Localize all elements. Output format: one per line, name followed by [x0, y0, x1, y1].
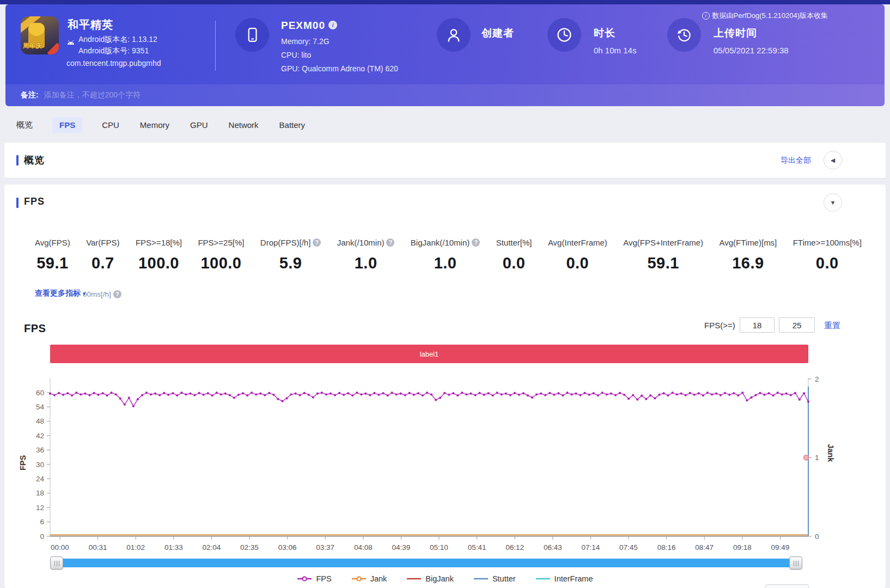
legend-label: BigJank [425, 574, 454, 583]
clipped-metric-artifact: 00ms[/h] ? [83, 290, 121, 298]
overview-collapse-button[interactable]: ◀ [824, 151, 842, 169]
android-version-name: Android版本名: 1.13.12 [78, 35, 157, 45]
scrollbar-left-handle[interactable] [50, 556, 63, 569]
scrollbar-track[interactable] [50, 559, 802, 567]
device-name: PEXM00 [281, 20, 325, 31]
stat-label: Avg(FPS) [35, 238, 70, 247]
top-strip [0, 0, 890, 4]
legend-marker-icon [535, 575, 551, 583]
legend-label: Jank [370, 574, 387, 583]
svg-text:06:12: 06:12 [505, 543, 524, 552]
legend-label: FPS [316, 574, 331, 583]
stat-value: 59.1 [623, 254, 703, 272]
user-icon [446, 27, 462, 43]
chart-scrollbar[interactable] [50, 556, 802, 569]
device-gpu: GPU: Qualcomm Adreno (TM) 620 [281, 64, 398, 73]
stat-label: Stutter[%] [496, 238, 532, 247]
stat-label: FPS>=25[%] [198, 238, 244, 247]
duration-value: 0h 10m 14s [594, 46, 636, 55]
svg-text:05:10: 05:10 [430, 543, 448, 552]
tab-fps[interactable]: FPS [52, 117, 82, 133]
stat-fps-ge-18: FPS>=18[%]100.0 [136, 238, 182, 272]
svg-text:6: 6 [40, 518, 44, 526]
chart-label-banner: label1 [50, 345, 808, 363]
svg-text:00:00: 00:00 [51, 543, 69, 552]
help-icon[interactable]: ? [313, 238, 321, 247]
fps-collapse-button[interactable]: ▼ [824, 193, 842, 212]
legend-marker-icon [297, 575, 312, 583]
stat-avg-interframe: Avg(InterFrame)0.0 [548, 238, 607, 272]
svg-text:60: 60 [36, 389, 44, 397]
tab-overview[interactable]: 概览 [15, 117, 34, 133]
tab-memory[interactable]: Memory [139, 117, 170, 133]
svg-text:54: 54 [36, 403, 45, 411]
help-icon[interactable]: ? [472, 238, 480, 247]
chart-title: FPS [24, 322, 46, 335]
phone-icon [244, 27, 260, 43]
stat-value: 100.0 [136, 254, 182, 272]
svg-text:09:18: 09:18 [733, 543, 752, 552]
help-icon: ? [113, 290, 121, 298]
stat-label: Drop(FPS)[/h] [260, 238, 311, 247]
stat-value: 100.0 [198, 254, 244, 272]
header-divider [215, 21, 216, 71]
stat-label: Avg(InterFrame) [548, 238, 607, 247]
section-accent-bar [16, 198, 19, 208]
legend-label: Stutter [492, 574, 516, 583]
fps-section: FPS ▼ Avg(FPS)59.1Var(FPS)0.7FPS>=18[%]1… [4, 185, 886, 588]
upload-icon-circle [667, 18, 701, 52]
svg-text:2: 2 [815, 375, 819, 383]
fps-section-title: FPS [24, 196, 45, 207]
svg-text:08:16: 08:16 [657, 543, 676, 552]
svg-text:06:43: 06:43 [544, 543, 562, 552]
more-metrics-link[interactable]: 查看更多指标 ▾ [35, 289, 86, 298]
stat-bigjank-10min: BigJank(/10min)?1.0 [411, 238, 480, 272]
stat-var-fps: Var(FPS)0.7 [86, 238, 119, 272]
legend-item-bigjank[interactable]: BigJank [406, 574, 454, 583]
svg-text:12: 12 [36, 504, 44, 512]
remark-bar[interactable]: 备注: 添加备注，不超过200个字符 [5, 84, 885, 106]
stat-value: 16.9 [719, 254, 777, 272]
remark-input-placeholder[interactable]: 添加备注，不超过200个字符 [44, 90, 141, 100]
svg-text:04:39: 04:39 [392, 543, 411, 552]
legend-item-fps[interactable]: FPS [297, 574, 331, 583]
stat-stutter: Stutter[%]0.0 [496, 238, 532, 272]
svg-text:09:49: 09:49 [771, 543, 790, 552]
legend-item-stutter[interactable]: Stutter [473, 574, 516, 583]
app-icon: 周年庆 [21, 16, 59, 54]
stat-value: 0.0 [793, 254, 862, 272]
tab-bar: 概览FPSCPUMemoryGPUNetworkBattery [0, 107, 890, 143]
info-icon[interactable]: i [328, 21, 337, 29]
stat-drop-fps: Drop(FPS)[/h]?5.9 [260, 238, 321, 272]
stat-label: Avg(FTime)[ms] [719, 238, 777, 247]
svg-text:24: 24 [36, 475, 45, 483]
legend-item-interframe[interactable]: InterFrame [535, 574, 593, 583]
tab-cpu[interactable]: CPU [101, 117, 120, 133]
collapse-left-icon: ◀ [831, 157, 835, 164]
stat-value: 0.0 [496, 254, 532, 272]
scrollbar-right-handle[interactable] [789, 556, 802, 569]
collapse-down-icon: ▼ [830, 199, 836, 206]
export-all-link[interactable]: 导出全部 [781, 156, 811, 166]
tab-network[interactable]: Network [228, 117, 260, 133]
fps-threshold-low-input[interactable] [740, 317, 775, 333]
help-icon[interactable]: ? [386, 238, 394, 247]
stat-label: FPS>=18[%] [136, 238, 182, 247]
stat-jank-10min: Jank(/10min)?1.0 [337, 238, 395, 272]
fps-chart: 0612182430364248546001200:0000:3101:0201… [15, 370, 870, 555]
clock-icon [556, 27, 572, 43]
device-memory: Memory: 7.2G [281, 37, 330, 46]
svg-text:05:41: 05:41 [468, 543, 486, 552]
legend-item-jank[interactable]: Jank [351, 574, 387, 583]
svg-text:18: 18 [36, 489, 44, 497]
partial-hidden-button[interactable] [765, 584, 809, 588]
creator-icon-circle [437, 18, 471, 52]
legend-label: InterFrame [554, 574, 593, 583]
reset-link[interactable]: 重置 [824, 321, 840, 331]
legend-marker-icon [351, 575, 367, 583]
overview-section-title: 概览 [24, 154, 45, 167]
fps-threshold-high-input[interactable] [779, 317, 815, 333]
tab-gpu[interactable]: GPU [189, 117, 209, 133]
tab-battery[interactable]: Battery [278, 117, 307, 133]
stat-value: 0.0 [548, 254, 607, 272]
